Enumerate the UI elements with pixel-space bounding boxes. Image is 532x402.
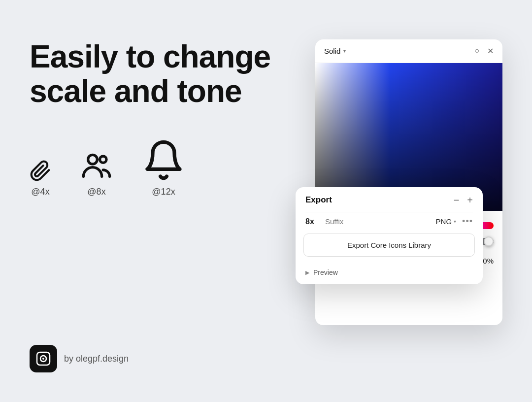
icon-item-4x: @4x [30, 160, 51, 197]
export-title: Export [305, 195, 332, 205]
close-icon[interactable]: ✕ [487, 46, 494, 56]
format-label: PNG [436, 217, 452, 226]
export-header: Export − + [296, 187, 483, 212]
svg-point-0 [88, 155, 98, 164]
brand-text: by olegpf.design [64, 354, 129, 364]
scale-badge: 8x [305, 217, 319, 226]
users-icon [81, 150, 112, 182]
panel-mode[interactable]: Solid ▾ [324, 47, 346, 55]
add-button[interactable]: + [467, 195, 473, 205]
format-dropdown[interactable]: PNG ▾ [436, 217, 457, 226]
minimize-button[interactable]: − [454, 195, 460, 205]
headline: Easily to change scale and tone [30, 39, 296, 109]
preview-label: Preview [313, 268, 338, 276]
chevron-down-icon: ▾ [343, 48, 346, 54]
logo-svg [35, 351, 51, 367]
export-button-wrapper: Export Core Icons Library [296, 234, 483, 264]
svg-point-1 [100, 156, 106, 163]
panel-header-actions: ○ ✕ [474, 46, 494, 56]
export-row: 8x PNG ▾ ••• [296, 212, 483, 234]
icon-item-8x: @8x [81, 150, 112, 197]
headline-line1: Easily to change [30, 39, 270, 74]
more-options-icon[interactable]: ••• [462, 216, 473, 227]
icon-label-4x: @4x [31, 187, 49, 197]
svg-point-4 [42, 358, 44, 360]
preview-row[interactable]: ▶ Preview [296, 264, 483, 284]
export-button[interactable]: Export Core Icons Library [303, 234, 475, 257]
icon-label-8x: @8x [87, 187, 105, 197]
paperclip-icon [30, 160, 51, 182]
left-section: Easily to change scale and tone @4x @8x [30, 39, 296, 197]
icon-item-12x: @12x [142, 138, 185, 197]
bell-icon [142, 138, 185, 182]
export-panel: Export − + 8x PNG ▾ ••• Export Core Icon… [296, 187, 483, 284]
logo-icon [30, 345, 57, 372]
format-chevron-icon: ▾ [454, 219, 456, 224]
solid-mode-label: Solid [324, 47, 340, 55]
right-section: Solid ▾ ○ ✕ [296, 39, 502, 355]
alpha-thumb[interactable] [484, 236, 494, 246]
headline-line2: scale and tone [30, 73, 242, 109]
circle-icon[interactable]: ○ [474, 46, 479, 56]
suffix-input[interactable] [325, 217, 430, 226]
icon-label-12x: @12x [152, 187, 175, 197]
panel-header: Solid ▾ ○ ✕ [315, 39, 502, 63]
export-header-actions: − + [454, 195, 473, 205]
icons-row: @4x @8x @12x [30, 138, 296, 197]
preview-chevron-icon: ▶ [305, 269, 309, 276]
brand-logo: by olegpf.design [30, 345, 129, 372]
